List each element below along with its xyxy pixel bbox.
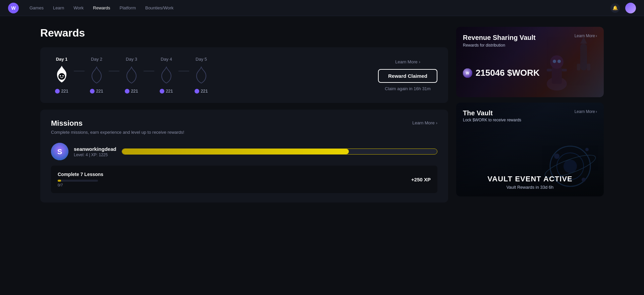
vault-learn-more-label: Learn More	[575, 109, 595, 114]
nav-items: Games Learn Work Rewards Platform Bounti…	[30, 5, 600, 10]
day-1: Day 1	[51, 57, 72, 94]
dash-4	[178, 71, 189, 71]
svg-text:S: S	[57, 148, 62, 156]
day-3-reward: 221	[125, 88, 138, 94]
reward-claimed-button[interactable]: Reward Claimed	[378, 69, 437, 83]
vault-title: The Vault	[463, 109, 521, 117]
mission-name: Complete 7 Lessons	[58, 172, 103, 177]
day-1-reward: 221	[55, 88, 68, 94]
vault-event-bottom: VAULT EVENT ACTIVE Vault Rewards in 33d …	[456, 175, 604, 190]
nav-item-learn[interactable]: Learn	[53, 5, 64, 10]
day-1-flame	[51, 64, 72, 86]
svg-point-2	[62, 75, 64, 76]
dash-3	[144, 71, 154, 71]
claim-timer: Claim again in 16h 31m	[385, 86, 431, 91]
logo-icon: W	[8, 3, 19, 13]
vault-coin-icon: W	[463, 68, 472, 78]
missions-title: Missions	[51, 119, 83, 128]
username: seanworkingdead	[74, 146, 116, 152]
mission-left: Complete 7 Lessons 0/7	[58, 172, 103, 187]
vault-event-header: The Vault Lock $WORK to receive rewards …	[463, 109, 597, 122]
main-container: Rewards Day 1	[0, 16, 644, 220]
xp-bar-fill	[122, 149, 349, 154]
nav-item-platform[interactable]: Platform	[120, 5, 136, 10]
vault-amount-row: W 215046 $WORK	[463, 68, 597, 78]
svg-text:W: W	[466, 71, 469, 75]
the-vault-card: The Vault Lock $WORK to receive rewards …	[456, 103, 604, 196]
day-2-coin-icon	[90, 89, 95, 94]
day-2: Day 2 221	[86, 57, 107, 94]
revenue-learn-more-label: Learn More	[575, 34, 595, 38]
vault-sub: Lock $WORK to receive rewards	[463, 118, 521, 122]
page-title: Rewards	[40, 27, 448, 39]
vault-title-group: The Vault Lock $WORK to receive rewards	[463, 109, 521, 122]
revenue-learn-more-arrow-icon: ›	[596, 34, 597, 38]
dash-1	[74, 71, 85, 71]
vault-event-active-label: VAULT EVENT ACTIVE	[456, 175, 604, 183]
day-4: Day 4 221	[156, 57, 177, 94]
svg-point-23	[585, 148, 589, 151]
vault-learn-more-arrow-icon: ›	[596, 109, 597, 114]
revenue-vault-content: Revenue Sharing Vault Rewards for distri…	[456, 27, 604, 85]
vault-event-content: The Vault Lock $WORK to receive rewards …	[456, 103, 604, 129]
navbar: W Games Learn Work Rewards Platform Boun…	[0, 0, 644, 16]
daily-learn-more-label: Learn More	[395, 59, 417, 64]
svg-point-20	[564, 160, 577, 173]
missions-card: Missions Learn More › Complete missions,…	[40, 110, 448, 202]
mission-progress-bar	[58, 180, 98, 182]
bell-icon[interactable]: 🔔	[610, 3, 620, 13]
day-1-coin-icon	[55, 89, 60, 94]
day-2-label: Day 2	[91, 57, 102, 62]
day-2-reward: 221	[90, 88, 103, 94]
missions-header: Missions Learn More ›	[51, 119, 437, 128]
nav-item-rewards[interactable]: Rewards	[93, 5, 110, 10]
user-meta: Level: 4 | XP: 1225	[74, 153, 116, 157]
missions-description: Complete missions, earn experience and l…	[51, 130, 437, 135]
day-4-flame	[156, 64, 177, 86]
day-3-flame	[121, 64, 142, 86]
day-4-coin-icon	[160, 89, 164, 94]
user-info: seanworkingdead Level: 4 | XP: 1225	[74, 146, 116, 157]
user-row: S seanworkingdead Level: 4 | XP: 1225	[51, 143, 437, 160]
day-1-label: Day 1	[56, 57, 68, 62]
day-3-coin-icon	[125, 89, 129, 94]
user-avatar-missions: S	[51, 143, 68, 160]
nav-item-work[interactable]: Work	[73, 5, 84, 10]
mission-reward: +250 XP	[411, 177, 431, 182]
svg-point-22	[554, 154, 559, 159]
svg-point-1	[60, 75, 61, 76]
day-4-reward: 221	[160, 88, 173, 94]
right-col: Revenue Sharing Vault Rewards for distri…	[456, 27, 604, 209]
left-col: Rewards Day 1	[40, 27, 448, 209]
day-5-flame	[191, 64, 212, 86]
vault-learn-more-link[interactable]: Learn More ›	[575, 109, 597, 114]
day-5-coin-icon	[195, 89, 199, 94]
day-5: Day 5 221	[191, 57, 212, 94]
day-3-label: Day 3	[126, 57, 137, 62]
revenue-vault-card: Revenue Sharing Vault Rewards for distri…	[456, 27, 604, 97]
dash-2	[109, 71, 119, 71]
missions-learn-more-arrow-icon: ›	[436, 120, 437, 125]
day-4-label: Day 4	[161, 57, 172, 62]
vault-event-timer: Vault Rewards in 33d 6h	[456, 185, 604, 190]
nav-item-games[interactable]: Games	[30, 5, 44, 10]
mission-progress-fill	[58, 180, 61, 182]
mission-item-0: Complete 7 Lessons 0/7 +250 XP	[51, 166, 437, 193]
revenue-learn-more-link[interactable]: Learn More ›	[575, 34, 597, 38]
revenue-vault-title: Revenue Sharing Vault	[463, 34, 536, 42]
nav-item-bounties[interactable]: Bounties/Work	[145, 5, 173, 10]
logo[interactable]: W	[8, 3, 19, 13]
xp-bar	[122, 149, 437, 155]
daily-learn-more-link[interactable]: Learn More ›	[395, 59, 420, 64]
day-3: Day 3 221	[121, 57, 142, 94]
nav-right: 🔔	[610, 3, 636, 13]
daily-rewards-card: Day 1	[40, 47, 448, 103]
mission-progress-label: 0/7	[58, 183, 103, 187]
daily-learn-more-arrow-icon: ›	[419, 59, 420, 64]
user-avatar[interactable]	[625, 3, 636, 13]
vault-amount: 215046 $WORK	[476, 68, 540, 78]
day-2-flame	[86, 64, 107, 86]
missions-learn-more-link[interactable]: Learn More ›	[412, 120, 437, 125]
day-5-label: Day 5	[196, 57, 207, 62]
days-row: Day 1	[51, 57, 370, 94]
